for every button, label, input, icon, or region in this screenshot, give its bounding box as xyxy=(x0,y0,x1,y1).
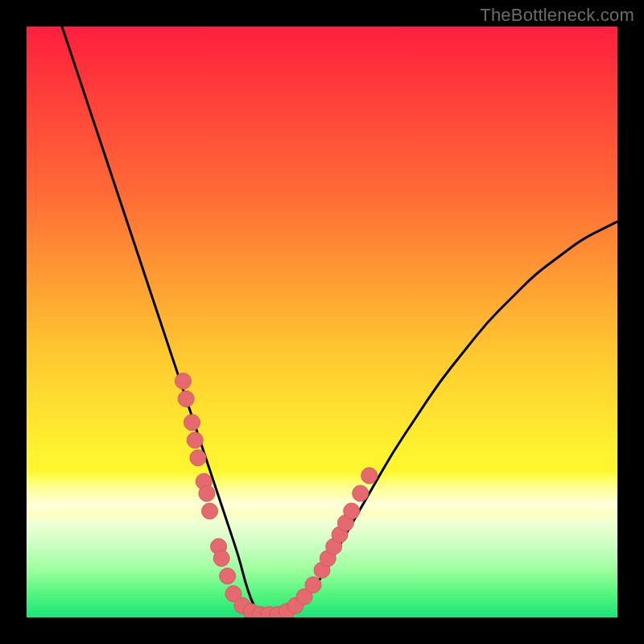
watermark-text: TheBottleneck.com xyxy=(480,5,634,26)
plot-background xyxy=(27,27,617,617)
chart-frame: TheBottleneck.com xyxy=(0,0,644,644)
